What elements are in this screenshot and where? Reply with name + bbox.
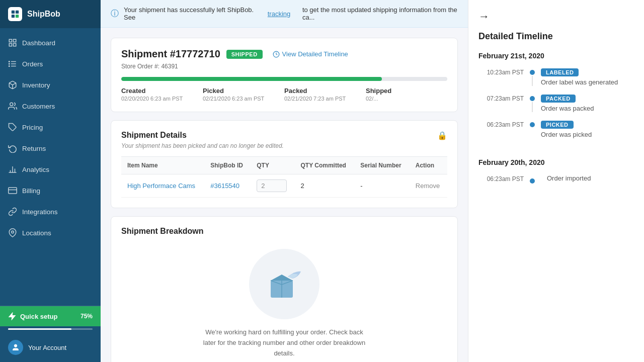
sidebar-item-label: Pricing <box>22 124 43 131</box>
qty-input[interactable] <box>257 179 287 192</box>
event-content-labeled: LABELED Order label was generated <box>541 68 634 86</box>
sidebar-item-customers[interactable]: Customers <box>0 96 101 117</box>
shipment-card: Shipment #17772710 SHIPPED View Detailed… <box>111 38 458 112</box>
timeline-event-labeled: 10:23am PST LABELED Order label was gene… <box>478 68 634 86</box>
event-time-imported: 06:23am PST <box>478 174 524 184</box>
event-content-packed: PACKED Order was packed <box>541 94 634 112</box>
map-pin-icon <box>8 228 17 237</box>
shipment-header: Shipment #17772710 SHIPPED View Detailed… <box>121 48 447 60</box>
sidebar-nav: Dashboard Orders Inventory Customers <box>0 28 101 306</box>
sidebar-item-analytics[interactable]: Analytics <box>0 159 101 180</box>
your-account-item[interactable]: Your Account <box>0 333 101 362</box>
details-title: Shipment Details <box>121 131 187 140</box>
event-desc-packed: Order was packed <box>541 105 634 112</box>
sidebar-item-dashboard[interactable]: Dashboard <box>0 32 101 53</box>
event-content-picked: PICKED Order was picked <box>541 120 634 138</box>
tracking-link[interactable]: tracking <box>268 10 291 18</box>
event-content-imported: Order imported <box>547 174 634 184</box>
event-dot-col <box>530 68 535 86</box>
step-packed: Packed 02/21/2020 7:23 am PST <box>284 87 366 102</box>
panel-close-button[interactable]: → <box>478 10 634 23</box>
svg-point-13 <box>9 66 10 67</box>
event-time-labeled: 10:23am PST <box>478 68 524 86</box>
step-picked: Picked 02/21/2020 6:23 am PST <box>203 87 284 102</box>
sidebar-item-inventory[interactable]: Inventory <box>0 74 101 96</box>
sidebar-brand-name: ShipBob <box>27 10 60 19</box>
lightning-icon <box>8 312 16 320</box>
svg-rect-3 <box>16 15 19 18</box>
breakdown-title: Shipment Breakdown <box>121 227 447 236</box>
breakdown-empty-text: We're working hard on fulfilling your or… <box>199 327 370 358</box>
sidebar-item-label: Inventory <box>22 81 50 89</box>
shipped-badge: SHIPPED <box>226 50 263 59</box>
sidebar-item-pricing[interactable]: Pricing <box>0 117 101 138</box>
shipment-details-table: Item Name ShipBob ID QTY QTY Committed S… <box>121 156 447 198</box>
svg-rect-21 <box>9 188 17 194</box>
picked-badge: PICKED <box>541 121 574 129</box>
link-icon <box>8 207 17 216</box>
view-timeline-label: View Detailed Timeline <box>282 50 348 58</box>
item-name-link[interactable]: High Performace Cams <box>127 182 195 190</box>
svg-rect-2 <box>12 15 15 18</box>
svg-point-23 <box>12 231 14 233</box>
col-shipbob-id: ShipBob ID <box>204 157 251 174</box>
svg-rect-4 <box>9 39 12 42</box>
sidebar-item-integrations[interactable]: Integrations <box>0 201 101 222</box>
quick-setup-progress-fill <box>8 328 71 330</box>
event-dot-imported <box>530 178 535 184</box>
alert-text: Your shipment has successfully left Ship… <box>124 6 256 21</box>
col-action: Action <box>410 157 447 174</box>
bar-chart-icon <box>8 165 17 174</box>
event-dot <box>530 70 535 75</box>
shipment-details-card: Shipment Details 🔒 Your shipment has bee… <box>111 120 458 208</box>
sidebar-item-label: Customers <box>22 103 55 110</box>
labeled-badge: LABELED <box>541 68 579 76</box>
shipbob-logo-icon <box>8 7 22 21</box>
right-panel: → Detailed Timeline February 21st, 2020 … <box>468 0 644 362</box>
avatar <box>8 340 23 355</box>
quick-setup-item[interactable]: Quick setup 75% <box>0 306 101 326</box>
sidebar-item-locations[interactable]: Locations <box>0 222 101 243</box>
shipbob-id-link[interactable]: #3615540 <box>210 182 239 190</box>
flying-box-svg <box>262 261 307 307</box>
progress-track <box>121 77 447 81</box>
tag-icon <box>8 123 17 132</box>
credit-card-icon <box>8 186 17 195</box>
sidebar-item-label: Returns <box>22 145 46 152</box>
event-dot-col <box>530 94 535 112</box>
sidebar-item-label: Analytics <box>22 166 49 173</box>
sidebar-item-label: Billing <box>22 187 40 195</box>
step-date: 02/... <box>366 96 447 102</box>
box-icon <box>8 80 17 89</box>
step-label: Picked <box>203 87 284 95</box>
serial-number-value: - <box>354 174 409 198</box>
progress-fill <box>121 77 382 81</box>
packed-badge: PACKED <box>541 95 576 103</box>
timeline-icon <box>273 51 280 58</box>
step-label: Created <box>121 87 203 95</box>
view-timeline-button[interactable]: View Detailed Timeline <box>273 50 348 58</box>
table-row: High Performace Cams #3615540 2 - Remove <box>121 174 447 198</box>
event-dot <box>530 96 535 101</box>
sidebar-logo[interactable]: ShipBob <box>0 0 101 28</box>
sidebar-item-label: Integrations <box>22 208 58 216</box>
sidebar-item-label: Orders <box>22 60 43 68</box>
step-date: 02/20/2020 6:23 am PST <box>121 96 203 102</box>
sidebar-item-billing[interactable]: Billing <box>0 180 101 201</box>
sidebar-item-label: Dashboard <box>22 39 55 47</box>
details-header: Shipment Details 🔒 <box>121 131 447 140</box>
sidebar-item-orders[interactable]: Orders <box>0 53 101 74</box>
store-order-number: 46391 <box>161 63 178 70</box>
alert-banner: ⓘ Your shipment has successfully left Sh… <box>101 0 468 28</box>
event-dot <box>530 122 535 127</box>
sidebar-item-returns[interactable]: Returns <box>0 138 101 159</box>
event-dot-col <box>530 120 535 138</box>
lock-icon: 🔒 <box>437 131 447 140</box>
svg-point-15 <box>10 103 13 106</box>
event-desc-picked: Order was picked <box>541 131 634 138</box>
svg-rect-7 <box>14 44 16 46</box>
col-qty: QTY <box>251 157 294 174</box>
remove-button[interactable]: Remove <box>416 182 440 190</box>
svg-point-11 <box>9 61 10 62</box>
event-line <box>532 102 533 112</box>
